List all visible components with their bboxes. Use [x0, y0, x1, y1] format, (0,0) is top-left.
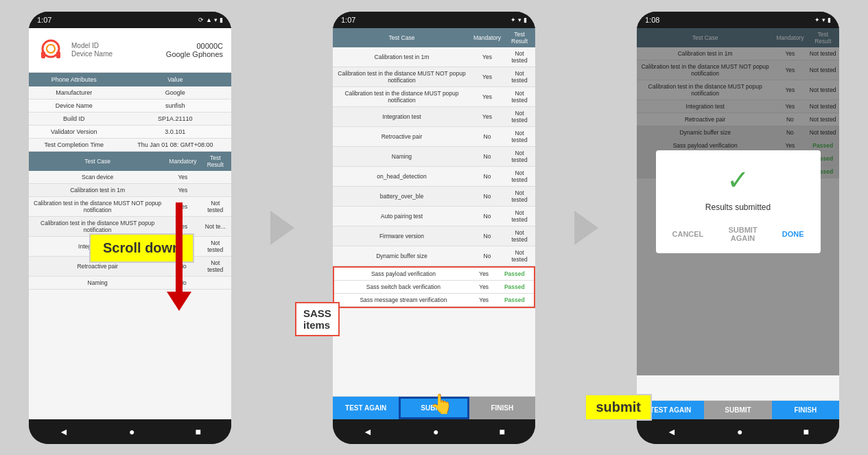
battery-icon-2: ▮	[524, 16, 527, 23]
status-bar-1: 1:07 ⟳ ▲ ▾ ▮	[29, 12, 231, 28]
status-bar-3: 1:08 ✦ ▾ ▮	[637, 12, 839, 28]
bt-icon-3: ✦	[814, 16, 820, 23]
table-row: battery_over_bleNoNot tested	[333, 186, 535, 206]
status-icons-3: ✦ ▾ ▮	[814, 16, 831, 23]
table-row: Sass payload verificationYesPassed	[334, 268, 534, 281]
table-row: Sass switch back verificationYesPassed	[334, 280, 534, 293]
model-id-label: Model ID	[71, 42, 99, 50]
scene: 1:07 ⟳ ▲ ▾ ▮ Model ID 00	[0, 0, 868, 455]
back-btn-1[interactable]: ◄	[59, 426, 69, 437]
arrow-right-1	[270, 211, 294, 245]
results-submitted-dialog: ✓ Results submitted CANCEL SUBMIT AGAIN …	[637, 28, 839, 375]
arrow-head	[167, 292, 191, 311]
wifi-icon-2: ▾	[518, 16, 521, 23]
finish-button-3[interactable]: FINISH	[772, 401, 839, 419]
wifi-icon-3: ▾	[822, 16, 825, 23]
check-icon: ✓	[667, 164, 810, 196]
table-row: Retroactive pairNoNot tested	[333, 126, 535, 146]
device-header: Model ID 00000C Device Name Google Gphon…	[29, 28, 231, 73]
table-row: Device Namesunfish	[29, 99, 231, 112]
table-row: Calibration test in the distance MUST NO…	[29, 196, 231, 216]
phone-3-content: Test Case Mandatory Test Result Calibrat…	[637, 28, 839, 400]
home-btn-2[interactable]: ●	[433, 426, 438, 437]
test-table-1: Test Case Mandatory Test Result Scan dev…	[29, 152, 231, 290]
sass-border-box: Sass payload verificationYesPassed Sass …	[333, 266, 535, 308]
nav-bar-1: ◄ ● ■	[29, 419, 231, 444]
phone-3-buttons: TEST AGAIN SUBMIT FINISH	[637, 400, 839, 419]
bt-icon: ✦	[511, 16, 516, 23]
table-row: Calibration test in the distance MUST NO…	[333, 67, 535, 86]
table-row: Scan deviceYes	[29, 171, 231, 184]
back-btn-2[interactable]: ◄	[363, 426, 373, 437]
dialog-done-button[interactable]: DONE	[777, 223, 810, 245]
svg-rect-2	[56, 51, 60, 58]
sync-icon: ⟳	[198, 16, 204, 23]
test-col-result: Test Result	[200, 152, 232, 171]
phone-2: 1:07 ✦ ▾ ▮ Test Case Mandatory Test Resu…	[333, 12, 535, 444]
phone-1: 1:07 ⟳ ▲ ▾ ▮ Model ID 00	[29, 12, 231, 444]
back-btn-3[interactable]: ◄	[667, 426, 677, 437]
status-time-1: 1:07	[37, 16, 51, 24]
dialog-box: ✓ Results submitted CANCEL SUBMIT AGAIN …	[656, 150, 821, 253]
sass-table: Sass payload verificationYesPassed Sass …	[334, 268, 534, 307]
dialog-cancel-button[interactable]: CANCEL	[667, 223, 709, 245]
attr-header-1: Value	[119, 73, 231, 86]
status-icons-1: ⟳ ▲ ▾ ▮	[198, 16, 223, 23]
table-row: Integration testYesNot tested	[333, 106, 535, 126]
svg-rect-1	[41, 51, 45, 58]
phone-2-content: Test Case Mandatory Test Result Calibrat…	[333, 28, 535, 396]
test-col-case: Test Case	[29, 152, 166, 171]
arrow-shaft	[176, 202, 183, 292]
dialog-submit-again-button[interactable]: SUBMIT AGAIN	[714, 223, 771, 245]
recents-btn-1[interactable]: ■	[195, 426, 200, 437]
finish-button-2[interactable]: FINISH	[469, 397, 535, 419]
wifi-icon: ▾	[214, 16, 218, 23]
t2-col-result: Test Result	[504, 28, 535, 47]
battery-icon-3: ▮	[828, 16, 831, 23]
table-row: Calibration test in 1mYesNot tested	[333, 47, 535, 67]
table-row: on_head_detectionNoNot tested	[333, 166, 535, 186]
table-row: NamingNo	[29, 276, 231, 289]
nav-bar-3: ◄ ● ■	[637, 419, 839, 444]
headphone-icon	[37, 36, 64, 64]
table-row: Calibration test in the distance MUST po…	[333, 86, 535, 106]
phone-1-content: Model ID 00000C Device Name Google Gphon…	[29, 28, 231, 419]
signal-icon: ▲	[206, 16, 212, 23]
dialog-buttons: CANCEL SUBMIT AGAIN DONE	[667, 223, 810, 245]
table-row: NamingNoNot tested	[333, 146, 535, 166]
test-table-2: Test Case Mandatory Test Result Calibrat…	[333, 28, 535, 266]
device-name-label: Device Name	[71, 50, 113, 58]
status-icons-2: ✦ ▾ ▮	[511, 16, 527, 23]
home-btn-3[interactable]: ●	[737, 426, 742, 437]
red-down-arrow	[167, 202, 191, 311]
phone-3: 1:08 ✦ ▾ ▮ Test Case Mandatory Test Resu…	[637, 12, 839, 444]
table-row: Calibration test in 1mYes	[29, 183, 231, 196]
t2-col-mandatory: Mandatory	[471, 28, 504, 47]
test-col-mandatory: Mandatory	[166, 152, 199, 171]
table-row: Auto pairing testNoNot tested	[333, 206, 535, 226]
table-row: Test Completion TimeThu Jan 01 08: GMT+0…	[29, 138, 231, 151]
submit-annotation: submit	[585, 394, 652, 421]
table-row: Sass message stream verificationYesPasse…	[334, 293, 534, 306]
arrow-1	[261, 211, 303, 245]
device-info: Model ID 00000C Device Name Google Gphon…	[71, 42, 223, 58]
status-time-2: 1:07	[341, 16, 355, 24]
table-row: Dynamic buffer sizeNoNot tested	[333, 246, 535, 266]
status-bar-2: 1:07 ✦ ▾ ▮	[333, 12, 535, 28]
table-row: Build IDSP1A.21110	[29, 112, 231, 125]
sass-items-annotation: SASS items	[295, 302, 340, 336]
recents-btn-3[interactable]: ■	[803, 426, 808, 437]
cursor-hand: 👆	[430, 393, 454, 415]
attr-header-0: Phone Attributes	[29, 73, 119, 86]
nav-bar-2: ◄ ● ■	[333, 419, 535, 444]
status-time-3: 1:08	[645, 16, 659, 24]
arrow-2	[565, 211, 607, 245]
recents-btn-2[interactable]: ■	[499, 426, 504, 437]
svg-point-3	[47, 45, 55, 53]
attributes-table: Phone Attributes Value ManufacturerGoogl…	[29, 73, 231, 152]
test-again-button-2[interactable]: TEST AGAIN	[333, 397, 399, 419]
dialog-text: Results submitted	[667, 202, 810, 212]
table-row: ManufacturerGoogle	[29, 86, 231, 100]
home-btn-1[interactable]: ●	[129, 426, 134, 437]
submit-button-3[interactable]: SUBMIT	[704, 401, 771, 419]
